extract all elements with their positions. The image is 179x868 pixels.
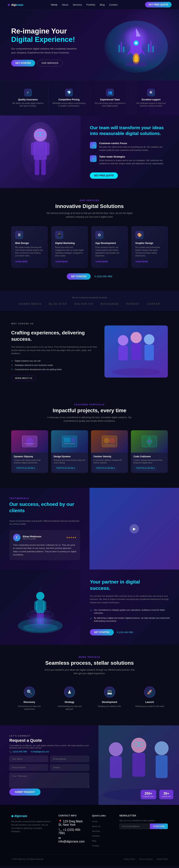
services-phone: ✆ (215) 456-7890 (94, 275, 112, 278)
logo-icon: ◈ (7, 3, 10, 7)
svg-point-48 (148, 440, 151, 443)
nav-home[interactable]: Home (51, 3, 57, 6)
footer-link-portfolio[interactable]: Portfolio (92, 835, 100, 837)
quality-icon: ✓ (24, 89, 32, 96)
svg-rect-19 (34, 142, 47, 160)
quote-title: Request a Quote (9, 738, 89, 743)
testimonials-content: TESTIMONIALS Our success, echoed by our … (0, 488, 90, 569)
footer-newsletter-desc: Sign up to our newsletter for latest upd… (119, 819, 168, 822)
service-app-title: App Development (95, 242, 124, 245)
portfolio-cta-4[interactable]: PORTFOLIO DETAILS (133, 466, 157, 470)
phone-input[interactable] (9, 764, 48, 771)
portfolio-cta-2[interactable]: PORTFOLIO DETAILS (54, 466, 77, 470)
feature-team-title: Experienced Team (100, 98, 120, 101)
services-cta-button[interactable]: GET STARTED (67, 273, 91, 280)
why-description: Your business is your passion so it's ou… (11, 345, 97, 355)
app-dev-icon: ⚙ (95, 231, 103, 239)
newsletter-input[interactable] (119, 824, 150, 829)
footer-link-home[interactable]: Home (92, 820, 98, 823)
partner-visual (0, 569, 81, 645)
nav-services[interactable]: Services (73, 3, 82, 6)
testimonials-subtitle: Voices of transformation and growth. Dif… (9, 520, 80, 526)
newsletter-button[interactable]: SUBSCRIBE (150, 824, 168, 829)
woman-svg (18, 120, 63, 183)
service-web-link[interactable]: LEARN MORE (15, 261, 28, 263)
privacy-link[interactable]: Privacy Policy (124, 858, 135, 860)
testimonials-tag: TESTIMONIALS (9, 497, 80, 499)
subject-input[interactable] (50, 764, 89, 771)
portfolio-cta-3[interactable]: PORTFOLIO DETAILS (94, 466, 117, 470)
transform-image (0, 116, 81, 188)
service-dm-link[interactable]: LEARN MORE (55, 261, 68, 263)
process-launch-title: Launch (135, 701, 164, 704)
footer-brand-desc: We provide comprehensive digital solutio… (11, 820, 51, 833)
portfolio-img-4 (131, 430, 168, 453)
play-button[interactable]: ▶ (130, 524, 139, 533)
svg-rect-37 (26, 445, 33, 445)
svg-rect-56 (34, 601, 37, 611)
quote-image: 250+ Projects Done 35+ Awards Win (99, 725, 179, 805)
cookie-link[interactable]: Cookie Policy (156, 858, 168, 860)
stat-projects-num: 250+ (143, 792, 154, 796)
name-input[interactable] (9, 756, 48, 762)
footer-contact-col: CONTACT INFO 📍 123 Dreg Mark St, New Yor… (58, 814, 85, 849)
nav-links: Home About Services Portfolio Blog Conta… (51, 3, 118, 6)
service-web-title: Web Design (15, 242, 44, 245)
hero-cta-secondary[interactable]: OUR SERVICES (37, 60, 63, 66)
partner-point-1: ✓ Our commitment to Integrity guides you… (90, 609, 170, 614)
message-textarea[interactable] (9, 773, 89, 788)
partner-section: Your partner in digital success. Our ser… (0, 569, 179, 645)
footer-link-blog[interactable]: Blog (92, 840, 96, 842)
nav-contact[interactable]: Contact (109, 3, 118, 6)
nav-blog[interactable]: Blog (100, 3, 105, 6)
process-tag: WORK PROCESS (11, 656, 168, 658)
footer-link-contact[interactable]: Contact (92, 844, 99, 847)
footer-brand: ◈ digicraze We provide comprehensive dig… (11, 814, 51, 849)
email-group (50, 756, 89, 762)
nav-cta-button[interactable]: GET FREE QUOTE (145, 2, 172, 7)
svg-rect-32 (145, 345, 154, 361)
process-subtitle: Once you transform your ideas into digit… (43, 668, 136, 675)
why-cta-button[interactable]: MORE ABOUT US (11, 375, 36, 381)
partner-points: ✓ Our commitment to Integrity guides you… (90, 609, 170, 625)
trusted-section: We are trusted by thousands of clients S… (0, 291, 179, 311)
why-content: WHY CHOOSE US Crafting experiences, deli… (11, 322, 97, 381)
portfolio-item-2: Design Dynamo Branding and visual identi… (51, 430, 88, 473)
submit-button[interactable]: SUBMIT REQUEST (9, 788, 41, 796)
svg-point-64 (109, 742, 123, 756)
footer-links-title: Quick Links (92, 814, 112, 817)
form-row-2 (9, 764, 89, 771)
nav-logo[interactable]: ◈ digicraze (7, 3, 23, 7)
process-dev-desc: Bringing your solution to life (95, 705, 124, 708)
terms-link[interactable]: Terms of Service (139, 858, 153, 860)
feature-support-title: Excellent support (142, 98, 160, 101)
footer-link-services[interactable]: Services (92, 830, 100, 832)
nav-about[interactable]: About (62, 3, 68, 6)
service-gd-link[interactable]: LEARN MORE (135, 261, 148, 263)
testimonial-card: E Ethan Robinson CEO & Founder ★★★★★ The… (9, 530, 80, 560)
stat-awards-label: Awards Win (162, 796, 171, 798)
discovery-icon: 🔍 (24, 686, 35, 698)
footer-link-about[interactable]: About Us (92, 825, 101, 828)
service-digital-marketing: 📱 Digital Marketing Boost your reach and… (51, 226, 87, 268)
transform-point1: → Customer-centric Focus We place the cl… (90, 142, 170, 152)
service-app-desc: From concept to launch, we create powerf… (95, 246, 124, 257)
portfolio-tag: FEATURED PORTFOLIO (11, 403, 168, 406)
testimonials-title: Our success, echoed by our clients (9, 501, 80, 514)
testimonial-header: E Ethan Robinson CEO & Founder ★★★★★ (13, 534, 76, 541)
support-icon: 🛠 (147, 89, 155, 96)
service-app-link[interactable]: LEARN MORE (95, 261, 108, 263)
hero-buttons: GET STARTED OUR SERVICES (11, 60, 82, 66)
email-input[interactable] (50, 756, 89, 762)
transform-cta-button[interactable]: GET FREE QUOTE (90, 173, 118, 179)
partner-cta-button[interactable]: GET STARTED (90, 629, 114, 636)
hero-section: Re-imagine Your Digital Experience! Our … (0, 9, 179, 80)
nav-portfolio[interactable]: Portfolio (86, 3, 96, 6)
portfolio-cta-1[interactable]: PORTFOLIO DETAILS (14, 466, 37, 470)
reviewer-info: Ethan Robinson CEO & Founder (23, 535, 42, 540)
svg-rect-20 (31, 143, 35, 155)
quote-contacts: 📞 +1(215) 456-7890 ✉ info@digicraze.com (9, 751, 89, 753)
hero-cta-primary[interactable]: GET STARTED (11, 60, 35, 66)
why-tag: WHY CHOOSE US (11, 322, 97, 326)
partner-cta-row: GET STARTED ✆ (215) 456-7890 (90, 629, 170, 636)
